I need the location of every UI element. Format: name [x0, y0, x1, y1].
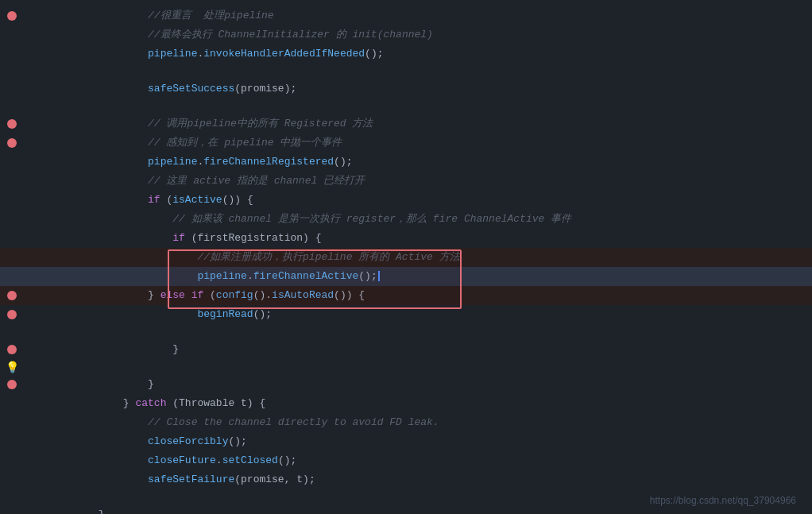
gutter-20: 💡	[0, 359, 24, 375]
gutter-2	[0, 25, 24, 44]
method-text: pipeline	[73, 48, 197, 60]
gutter-19	[0, 340, 24, 359]
gutter-26	[0, 470, 24, 489]
gutter-8	[0, 133, 24, 153]
code-editor: //很重言 处理pipeline //最终会执行 ChannelInitiali…	[0, 0, 812, 514]
gutter-16	[0, 286, 24, 305]
breakpoint-19	[7, 345, 17, 354]
gutter-6	[0, 99, 24, 114]
gutter-7	[0, 114, 24, 133]
watermark: https://blog.csdn.net/qq_37904966	[650, 495, 796, 506]
code-lines: //很重言 处理pipeline //最终会执行 ChannelInitiali…	[0, 0, 812, 514]
breakpoint-8	[7, 138, 17, 148]
breakpoint-21	[7, 380, 17, 389]
gutter-10	[0, 172, 24, 191]
gutter-27	[0, 489, 24, 505]
gutter-3	[0, 44, 24, 64]
text-cursor	[378, 271, 380, 281]
gutter-5	[0, 79, 24, 99]
breakpoint-1	[7, 11, 17, 21]
gutter-13	[0, 229, 24, 248]
gutter-12	[0, 210, 24, 229]
breakpoint-16	[7, 291, 17, 300]
gutter-22	[0, 394, 24, 413]
warning-icon: 💡	[6, 361, 19, 374]
gutter-14	[0, 248, 24, 267]
gutter-23	[0, 413, 24, 432]
code-line-26: safeSetFailure(promise, t);	[0, 470, 812, 489]
gutter-4	[0, 64, 24, 79]
breakpoint-17	[7, 310, 17, 319]
gutter-24	[0, 432, 24, 451]
gutter-21	[0, 375, 24, 394]
code-line-28: }	[0, 505, 812, 514]
gutter-15	[0, 267, 24, 286]
gutter-9	[0, 153, 24, 172]
gutter-18	[0, 324, 24, 340]
gutter-28	[0, 505, 24, 514]
gutter-11	[0, 191, 24, 210]
breakpoint-7	[7, 119, 17, 129]
gutter-25	[0, 451, 24, 470]
gutter-1	[0, 6, 24, 25]
gutter-17	[0, 305, 24, 324]
